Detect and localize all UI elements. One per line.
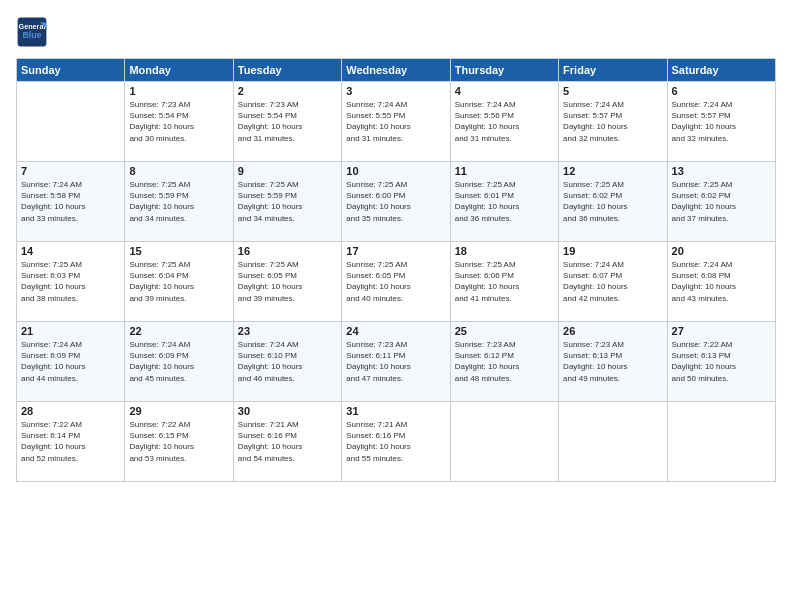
day-number: 16 bbox=[238, 245, 337, 257]
col-header-thursday: Thursday bbox=[450, 59, 558, 82]
day-number: 31 bbox=[346, 405, 445, 417]
day-info: Sunrise: 7:25 AM Sunset: 5:59 PM Dayligh… bbox=[238, 179, 337, 224]
day-info: Sunrise: 7:24 AM Sunset: 6:09 PM Dayligh… bbox=[21, 339, 120, 384]
logo-icon: General Blue bbox=[16, 16, 48, 48]
cal-cell: 11 Sunrise: 7:25 AM Sunset: 6:01 PM Dayl… bbox=[450, 162, 558, 242]
day-number: 20 bbox=[672, 245, 771, 257]
day-number: 6 bbox=[672, 85, 771, 97]
day-info: Sunrise: 7:23 AM Sunset: 6:12 PM Dayligh… bbox=[455, 339, 554, 384]
day-number: 30 bbox=[238, 405, 337, 417]
cal-cell: 19 Sunrise: 7:24 AM Sunset: 6:07 PM Dayl… bbox=[559, 242, 667, 322]
day-info: Sunrise: 7:25 AM Sunset: 6:06 PM Dayligh… bbox=[455, 259, 554, 304]
day-number: 4 bbox=[455, 85, 554, 97]
day-number: 9 bbox=[238, 165, 337, 177]
cal-cell: 27 Sunrise: 7:22 AM Sunset: 6:13 PM Dayl… bbox=[667, 322, 775, 402]
day-number: 14 bbox=[21, 245, 120, 257]
day-number: 25 bbox=[455, 325, 554, 337]
day-info: Sunrise: 7:21 AM Sunset: 6:16 PM Dayligh… bbox=[346, 419, 445, 464]
day-number: 22 bbox=[129, 325, 228, 337]
cal-cell: 6 Sunrise: 7:24 AM Sunset: 5:57 PM Dayli… bbox=[667, 82, 775, 162]
cal-cell: 24 Sunrise: 7:23 AM Sunset: 6:11 PM Dayl… bbox=[342, 322, 450, 402]
day-info: Sunrise: 7:25 AM Sunset: 5:59 PM Dayligh… bbox=[129, 179, 228, 224]
cal-cell: 7 Sunrise: 7:24 AM Sunset: 5:58 PM Dayli… bbox=[17, 162, 125, 242]
day-number: 5 bbox=[563, 85, 662, 97]
cal-cell: 10 Sunrise: 7:25 AM Sunset: 6:00 PM Dayl… bbox=[342, 162, 450, 242]
cal-cell bbox=[17, 82, 125, 162]
cal-cell: 17 Sunrise: 7:25 AM Sunset: 6:05 PM Dayl… bbox=[342, 242, 450, 322]
day-number: 18 bbox=[455, 245, 554, 257]
col-header-sunday: Sunday bbox=[17, 59, 125, 82]
cal-cell: 15 Sunrise: 7:25 AM Sunset: 6:04 PM Dayl… bbox=[125, 242, 233, 322]
cal-cell: 20 Sunrise: 7:24 AM Sunset: 6:08 PM Dayl… bbox=[667, 242, 775, 322]
day-number: 15 bbox=[129, 245, 228, 257]
day-number: 17 bbox=[346, 245, 445, 257]
day-number: 11 bbox=[455, 165, 554, 177]
cal-cell: 14 Sunrise: 7:25 AM Sunset: 6:03 PM Dayl… bbox=[17, 242, 125, 322]
cal-cell: 21 Sunrise: 7:24 AM Sunset: 6:09 PM Dayl… bbox=[17, 322, 125, 402]
cal-cell: 29 Sunrise: 7:22 AM Sunset: 6:15 PM Dayl… bbox=[125, 402, 233, 482]
day-number: 12 bbox=[563, 165, 662, 177]
day-info: Sunrise: 7:25 AM Sunset: 6:05 PM Dayligh… bbox=[238, 259, 337, 304]
cal-cell: 3 Sunrise: 7:24 AM Sunset: 5:55 PM Dayli… bbox=[342, 82, 450, 162]
cal-cell bbox=[450, 402, 558, 482]
day-number: 28 bbox=[21, 405, 120, 417]
day-number: 7 bbox=[21, 165, 120, 177]
day-info: Sunrise: 7:24 AM Sunset: 5:57 PM Dayligh… bbox=[672, 99, 771, 144]
day-info: Sunrise: 7:25 AM Sunset: 6:04 PM Dayligh… bbox=[129, 259, 228, 304]
col-header-monday: Monday bbox=[125, 59, 233, 82]
day-info: Sunrise: 7:23 AM Sunset: 5:54 PM Dayligh… bbox=[238, 99, 337, 144]
day-number: 29 bbox=[129, 405, 228, 417]
col-header-saturday: Saturday bbox=[667, 59, 775, 82]
col-header-wednesday: Wednesday bbox=[342, 59, 450, 82]
cal-cell: 31 Sunrise: 7:21 AM Sunset: 6:16 PM Dayl… bbox=[342, 402, 450, 482]
day-info: Sunrise: 7:21 AM Sunset: 6:16 PM Dayligh… bbox=[238, 419, 337, 464]
cal-cell: 25 Sunrise: 7:23 AM Sunset: 6:12 PM Dayl… bbox=[450, 322, 558, 402]
day-info: Sunrise: 7:24 AM Sunset: 5:56 PM Dayligh… bbox=[455, 99, 554, 144]
calendar-table: SundayMondayTuesdayWednesdayThursdayFrid… bbox=[16, 58, 776, 482]
col-header-friday: Friday bbox=[559, 59, 667, 82]
day-info: Sunrise: 7:24 AM Sunset: 6:07 PM Dayligh… bbox=[563, 259, 662, 304]
svg-text:Blue: Blue bbox=[22, 30, 41, 40]
day-info: Sunrise: 7:24 AM Sunset: 5:55 PM Dayligh… bbox=[346, 99, 445, 144]
day-info: Sunrise: 7:25 AM Sunset: 6:05 PM Dayligh… bbox=[346, 259, 445, 304]
cal-cell: 18 Sunrise: 7:25 AM Sunset: 6:06 PM Dayl… bbox=[450, 242, 558, 322]
day-info: Sunrise: 7:23 AM Sunset: 6:11 PM Dayligh… bbox=[346, 339, 445, 384]
day-info: Sunrise: 7:22 AM Sunset: 6:15 PM Dayligh… bbox=[129, 419, 228, 464]
cal-cell: 9 Sunrise: 7:25 AM Sunset: 5:59 PM Dayli… bbox=[233, 162, 341, 242]
day-info: Sunrise: 7:25 AM Sunset: 6:01 PM Dayligh… bbox=[455, 179, 554, 224]
cal-cell: 8 Sunrise: 7:25 AM Sunset: 5:59 PM Dayli… bbox=[125, 162, 233, 242]
logo: General Blue bbox=[16, 16, 50, 48]
day-number: 3 bbox=[346, 85, 445, 97]
day-number: 13 bbox=[672, 165, 771, 177]
cal-cell: 4 Sunrise: 7:24 AM Sunset: 5:56 PM Dayli… bbox=[450, 82, 558, 162]
col-header-tuesday: Tuesday bbox=[233, 59, 341, 82]
day-info: Sunrise: 7:24 AM Sunset: 5:57 PM Dayligh… bbox=[563, 99, 662, 144]
cal-cell: 13 Sunrise: 7:25 AM Sunset: 6:02 PM Dayl… bbox=[667, 162, 775, 242]
day-number: 2 bbox=[238, 85, 337, 97]
day-info: Sunrise: 7:22 AM Sunset: 6:13 PM Dayligh… bbox=[672, 339, 771, 384]
cal-cell: 23 Sunrise: 7:24 AM Sunset: 6:10 PM Dayl… bbox=[233, 322, 341, 402]
cal-cell: 30 Sunrise: 7:21 AM Sunset: 6:16 PM Dayl… bbox=[233, 402, 341, 482]
cal-cell: 2 Sunrise: 7:23 AM Sunset: 5:54 PM Dayli… bbox=[233, 82, 341, 162]
day-number: 27 bbox=[672, 325, 771, 337]
cal-cell: 22 Sunrise: 7:24 AM Sunset: 6:09 PM Dayl… bbox=[125, 322, 233, 402]
day-number: 26 bbox=[563, 325, 662, 337]
day-number: 23 bbox=[238, 325, 337, 337]
cal-cell: 5 Sunrise: 7:24 AM Sunset: 5:57 PM Dayli… bbox=[559, 82, 667, 162]
day-info: Sunrise: 7:24 AM Sunset: 6:09 PM Dayligh… bbox=[129, 339, 228, 384]
cal-cell: 1 Sunrise: 7:23 AM Sunset: 5:54 PM Dayli… bbox=[125, 82, 233, 162]
day-info: Sunrise: 7:24 AM Sunset: 6:08 PM Dayligh… bbox=[672, 259, 771, 304]
day-info: Sunrise: 7:25 AM Sunset: 6:02 PM Dayligh… bbox=[563, 179, 662, 224]
day-number: 1 bbox=[129, 85, 228, 97]
day-info: Sunrise: 7:24 AM Sunset: 6:10 PM Dayligh… bbox=[238, 339, 337, 384]
cal-cell: 28 Sunrise: 7:22 AM Sunset: 6:14 PM Dayl… bbox=[17, 402, 125, 482]
day-number: 19 bbox=[563, 245, 662, 257]
day-info: Sunrise: 7:24 AM Sunset: 5:58 PM Dayligh… bbox=[21, 179, 120, 224]
cal-cell bbox=[667, 402, 775, 482]
day-info: Sunrise: 7:23 AM Sunset: 5:54 PM Dayligh… bbox=[129, 99, 228, 144]
cal-cell: 26 Sunrise: 7:23 AM Sunset: 6:13 PM Dayl… bbox=[559, 322, 667, 402]
day-number: 21 bbox=[21, 325, 120, 337]
day-number: 10 bbox=[346, 165, 445, 177]
cal-cell bbox=[559, 402, 667, 482]
day-info: Sunrise: 7:23 AM Sunset: 6:13 PM Dayligh… bbox=[563, 339, 662, 384]
